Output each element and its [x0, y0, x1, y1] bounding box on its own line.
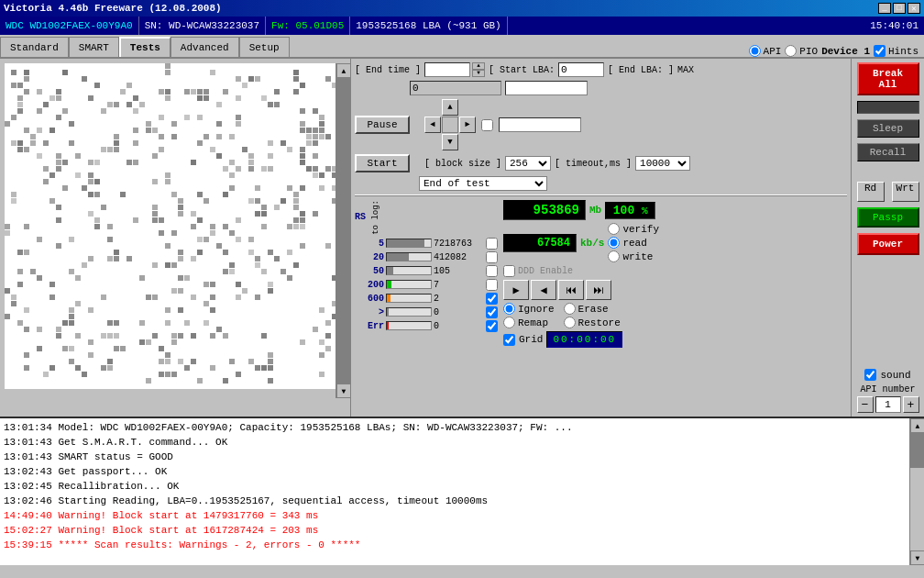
- count-bar-container: [386, 321, 432, 330]
- read-radio[interactable]: read: [608, 237, 659, 249]
- ignore-radio[interactable]: Ignore: [503, 303, 555, 315]
- start-button[interactable]: Start: [355, 154, 410, 172]
- passp-button[interactable]: Passp: [857, 207, 919, 228]
- separator: [355, 195, 847, 196]
- tab-bar: Standard SMART Tests Advanced Setup API …: [0, 35, 924, 59]
- log-line: 14:49:40 Warning! Block start at 1479317…: [4, 508, 906, 523]
- pio-radio[interactable]: PIO: [785, 45, 818, 57]
- skip-back-button[interactable]: ⏮: [558, 280, 584, 300]
- to-log-label: to log:: [371, 200, 380, 235]
- dpad-center[interactable]: [442, 117, 458, 133]
- close-button[interactable]: ✕: [908, 3, 920, 14]
- count-bar-container: [386, 239, 432, 248]
- log-scroll-thumb[interactable]: [910, 433, 924, 468]
- remap-radio[interactable]: Remap: [503, 317, 555, 328]
- rewind-button[interactable]: ◀: [531, 280, 556, 300]
- log-scroll-down[interactable]: ▼: [910, 550, 924, 565]
- sound-checkbox[interactable]: [864, 369, 876, 381]
- api-number-display: 1: [875, 396, 901, 413]
- time-display: 15:40:01: [864, 17, 924, 35]
- count-number: 200: [355, 280, 384, 290]
- ddd-checkbox[interactable]: [503, 265, 515, 277]
- rd-button[interactable]: Rd: [857, 182, 885, 202]
- count-area: RS to log: 57218763204120825010520076002…: [355, 200, 498, 332]
- tab-advanced[interactable]: Advanced: [170, 37, 239, 57]
- end-time-input[interactable]: 23:01: [424, 62, 470, 77]
- lba-info: 1953525168 LBA (~931 GB): [350, 17, 507, 35]
- recall-button[interactable]: Recall: [857, 143, 919, 161]
- percent-display: 100 %: [605, 202, 655, 219]
- verify-radio[interactable]: verify: [608, 223, 659, 235]
- tab-smart[interactable]: SMART: [69, 37, 119, 57]
- tab-standard[interactable]: Standard: [0, 37, 69, 57]
- count-row: 57218763: [355, 238, 498, 250]
- count-checkbox[interactable]: [486, 238, 498, 250]
- api-minus-button[interactable]: −: [857, 396, 874, 413]
- end-test-row: End of test Erase Reboot: [419, 176, 847, 191]
- count-value: 7218763: [434, 239, 484, 249]
- wrt-button[interactable]: Wrt: [892, 182, 919, 202]
- dpad-down[interactable]: ▼: [442, 134, 458, 150]
- count-checkbox[interactable]: [486, 251, 498, 263]
- end-time-up[interactable]: ▲: [472, 62, 485, 70]
- grid-checkbox[interactable]: [503, 334, 515, 346]
- timeout-select[interactable]: 10000500030001000: [635, 156, 690, 171]
- log-scroll-track[interactable]: [910, 433, 924, 550]
- end-lba-input-2[interactable]: 1953525167: [499, 117, 581, 132]
- break-all-button[interactable]: BreakAll: [857, 62, 919, 95]
- dpad-up[interactable]: ▲: [442, 99, 458, 116]
- sleep-button[interactable]: Sleep: [857, 119, 919, 138]
- block-size-select[interactable]: 25651210242048: [505, 156, 551, 171]
- hints-checkbox[interactable]: Hints: [874, 45, 918, 57]
- end-time-down[interactable]: ▼: [472, 70, 485, 77]
- count-row: 50105: [355, 265, 498, 277]
- count-checkbox[interactable]: [486, 265, 498, 277]
- serial-info: SN: WD-WCAW33223037: [139, 17, 266, 35]
- count-checkbox[interactable]: [486, 279, 498, 291]
- count-checkbox[interactable]: [486, 320, 498, 332]
- scroll-down-button[interactable]: ▼: [336, 383, 351, 398]
- log-line: 13:01:34 Model: WDC WD1002FAEX-00Y9A0; C…: [4, 420, 906, 435]
- minimize-button[interactable]: _: [878, 3, 891, 14]
- play-button[interactable]: ▶: [503, 280, 529, 300]
- rd-wrt-row: Rd Wrt: [857, 182, 919, 202]
- api-plus-button[interactable]: +: [903, 396, 919, 413]
- write-radio[interactable]: write: [608, 250, 659, 262]
- mb-value: 953869: [534, 203, 579, 217]
- start-lba-input[interactable]: [558, 62, 604, 77]
- start-lba-display[interactable]: [410, 81, 501, 95]
- ddd-row: DDD Enable: [503, 265, 847, 277]
- lba-row-1: [ End time ] 23:01 ▲ ▼ [ Start LBA: [ En…: [355, 62, 847, 77]
- scroll-up-button[interactable]: ▲: [336, 63, 351, 78]
- right-stats: 953869 Mb 100 % 67584 kb/s: [503, 200, 847, 348]
- dpad-left[interactable]: ◄: [424, 117, 441, 133]
- log-scroll-up[interactable]: ▲: [910, 418, 924, 433]
- pause-button[interactable]: Pause: [355, 116, 410, 134]
- skip-forward-button[interactable]: ⏭: [586, 280, 611, 300]
- block-size-label: [ block size ]: [424, 159, 501, 169]
- restore-radio[interactable]: Restore: [564, 317, 621, 328]
- rs-button[interactable]: RS: [355, 212, 366, 222]
- api-radio[interactable]: API: [749, 45, 782, 57]
- tab-tests[interactable]: Tests: [119, 37, 170, 57]
- scroll-track[interactable]: [336, 78, 350, 383]
- count-value: 7: [434, 280, 484, 290]
- lba-checkbox[interactable]: [481, 119, 493, 131]
- tab-setup[interactable]: Setup: [239, 37, 290, 57]
- right-panel: BreakAll Sleep Recall Rd Wrt Passp Power…: [851, 59, 924, 417]
- percent-value: 100: [613, 204, 634, 217]
- end-of-test-select[interactable]: End of test Erase Reboot: [419, 176, 547, 191]
- kb-display: 67584: [503, 234, 577, 252]
- maximize-button[interactable]: □: [893, 3, 906, 14]
- title-bar: Victoria 4.46b Freeware (12.08.2008) _ □…: [0, 0, 924, 17]
- log-content: 13:01:34 Model: WDC WD1002FAEX-00Y9A0; C…: [0, 418, 909, 565]
- erase-radio[interactable]: Erase: [564, 303, 621, 315]
- grid-panel: ▲ ▼: [0, 59, 351, 417]
- count-checkbox[interactable]: [486, 306, 498, 318]
- count-checkbox[interactable]: [486, 293, 498, 305]
- log-line: 13:02:45 Recallibration... OK: [4, 479, 906, 494]
- power-button[interactable]: Power: [857, 233, 919, 255]
- dpad-right[interactable]: ►: [459, 117, 476, 133]
- end-lba-input-1[interactable]: 1953525167: [505, 81, 588, 95]
- log-line: 15:39:15 ***** Scan results: Warnings - …: [4, 538, 906, 552]
